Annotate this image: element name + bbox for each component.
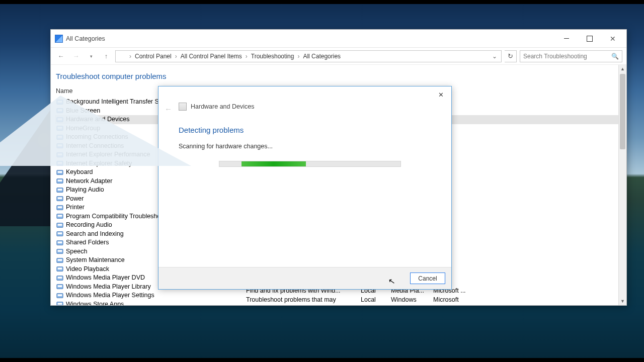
svg-rect-41 [58,277,62,279]
troubleshooter-icon [56,300,64,305]
list-item-label: Power [66,195,84,204]
minimize-button[interactable] [555,31,578,46]
list-item-label: Video Playback [66,265,109,274]
svg-rect-33 [58,241,62,243]
troubleshooter-icon [56,247,64,255]
app-icon [55,35,63,43]
troubleshooter-icon [56,221,64,229]
troubleshooter-icon [56,186,64,194]
back-button[interactable]: ← [55,50,67,62]
svg-rect-19 [58,180,62,182]
svg-rect-25 [58,206,62,208]
scroll-down-button[interactable]: ▼ [619,297,626,305]
address-dropdown[interactable]: ⌄ [490,53,499,60]
breadcrumb-control-panel[interactable]: Control Panel [135,53,172,60]
page-title: Troubleshoot computer problems [55,70,619,86]
breadcrumb-troubleshooting[interactable]: Troubleshooting [251,53,294,60]
troubleshooter-icon [56,168,64,176]
svg-rect-29 [58,224,62,226]
window-title: All Categories [66,35,105,42]
maximize-button[interactable] [578,31,601,46]
list-item-label: Playing Audio [66,186,104,195]
list-item-label: Recording Audio [66,221,112,230]
letterbox-top [0,0,644,4]
list-item-label: Program Compatibility Troublesho [66,212,160,221]
svg-rect-47 [58,303,62,305]
cancel-button[interactable]: Cancel [410,273,445,284]
dialog-footer: Cancel [158,267,451,289]
svg-rect-23 [58,198,62,200]
scroll-thumb[interactable] [620,74,625,149]
troubleshooter-icon [56,239,64,247]
breadcrumb-bar[interactable]: › Control Panel › All Control Panel Item… [115,50,502,62]
dialog-close-button[interactable]: ✕ [434,89,447,100]
close-button[interactable]: ✕ [601,31,624,46]
window-controls: ✕ [555,31,624,46]
troubleshooter-icon [56,212,64,220]
troubleshooter-icon [56,265,64,273]
svg-rect-27 [58,215,62,217]
troubleshooter-icon [56,283,64,291]
breadcrumb-icon [118,53,125,60]
list-item-label: Windows Media Player DVD [66,274,145,283]
list-item-label: Network Adapter [66,177,112,186]
list-item-label: Keyboard [66,168,93,177]
peek-pub-1: Microsoft [433,296,466,305]
troubleshooter-icon [56,274,64,282]
list-item-label: Windows Media Player Settings [66,291,154,300]
list-item-label: Shared Folders [66,238,109,247]
svg-rect-37 [58,259,62,261]
svg-rect-43 [58,286,62,288]
forward-button[interactable]: → [70,50,82,62]
list-item-label: System Maintenance [66,256,125,265]
progress-fill [242,161,306,166]
chevron-right-icon: › [127,53,134,60]
troubleshooter-icon [56,256,64,264]
svg-rect-39 [58,268,62,270]
troubleshooter-icon [56,230,64,238]
peek-loc-1: Local [361,296,376,305]
dialog-title: Hardware and Devices [191,103,254,110]
address-bar: ← → ▾ ↑ › Control Panel › All Control Pa… [51,48,626,65]
letterbox-bottom [0,358,644,362]
list-item-label: Printer [66,203,85,212]
svg-rect-45 [58,294,62,296]
chevron-right-icon: › [295,53,302,60]
search-icon: 🔍 [611,53,619,60]
troubleshooter-dialog: ✕ ← Hardware and Devices Detecting probl… [158,86,452,290]
svg-rect-31 [58,233,62,235]
recent-dropdown[interactable]: ▾ [85,50,97,62]
list-item-label: Windows Media Player Library [66,283,151,292]
dialog-status-text: Scanning for hardware changes... [179,143,273,150]
up-button[interactable]: ↑ [100,50,112,62]
troubleshooter-icon [56,292,64,300]
troubleshooter-icon [56,195,64,203]
svg-rect-35 [58,250,62,252]
refresh-button[interactable]: ↻ [505,50,517,62]
svg-rect-21 [58,189,62,191]
wallpaper-mountain-snow [0,96,191,166]
search-placeholder: Search Troubleshooting [523,53,587,60]
list-item-label: Windows Store Apps [66,300,124,306]
scroll-up-button[interactable]: ▲ [619,65,626,73]
search-input[interactable]: Search Troubleshooting 🔍 [520,50,622,62]
desktop-wallpaper: All Categories ✕ ← → ▾ ↑ › Control Panel… [0,0,644,362]
list-item-label: Search and Indexing [66,230,124,239]
progress-bar [219,161,401,167]
list-item-label: Speech [66,247,87,256]
peek-desc-1: Troubleshoot problems that may [246,296,341,305]
svg-rect-17 [58,171,62,173]
breadcrumb-all-categories[interactable]: All Categories [303,53,341,60]
chevron-right-icon: › [243,53,250,60]
titlebar[interactable]: All Categories ✕ [51,30,626,48]
breadcrumb-all-items[interactable]: All Control Panel Items [181,53,242,60]
scrollbar[interactable]: ▲ ▼ [618,65,626,305]
chevron-right-icon: › [173,53,180,60]
peek-cat-1: Windows [391,296,424,305]
troubleshooter-icon [56,204,64,212]
troubleshooter-icon [56,177,64,185]
